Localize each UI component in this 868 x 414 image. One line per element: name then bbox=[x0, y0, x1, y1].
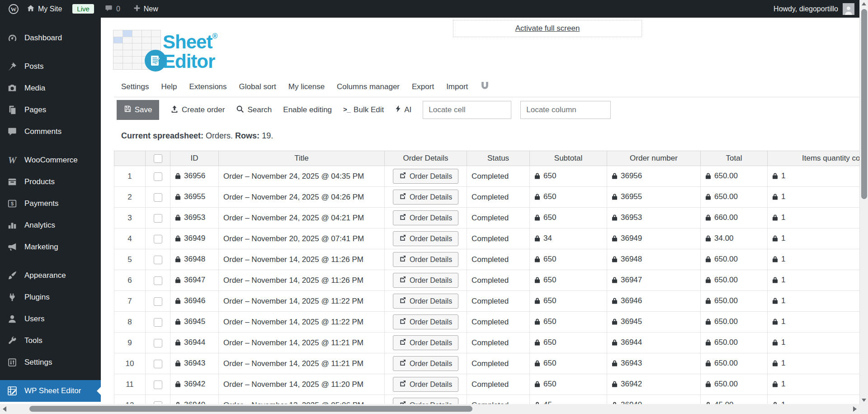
column-header-items-quantity[interactable]: Items quantity cou bbox=[768, 151, 860, 166]
menu-item-global-sort[interactable]: Global sort bbox=[239, 82, 276, 91]
corner-header[interactable] bbox=[114, 151, 146, 166]
sidebar-item-marketing[interactable]: Marketing bbox=[0, 236, 101, 258]
account-menu[interactable]: Howdy, diegoportillo bbox=[774, 3, 868, 15]
total-cell[interactable]: 650.00 bbox=[701, 249, 768, 270]
id-cell[interactable]: 36949 bbox=[170, 228, 219, 249]
search-button[interactable]: Search bbox=[236, 105, 272, 115]
total-cell[interactable]: 650.00 bbox=[701, 312, 768, 333]
row-number[interactable]: 4 bbox=[114, 228, 146, 249]
menu-item-export[interactable]: Export bbox=[412, 82, 434, 91]
scroll-up-arrow[interactable] bbox=[862, 2, 866, 5]
total-cell[interactable]: 650.00 bbox=[701, 374, 768, 395]
create-order-button[interactable]: Create order bbox=[170, 105, 225, 115]
subtotal-cell[interactable]: 650 bbox=[530, 333, 607, 353]
status-cell[interactable]: Completed bbox=[467, 270, 530, 291]
sidebar-item-payments[interactable]: $ Payments bbox=[0, 193, 101, 214]
id-cell[interactable]: 36945 bbox=[170, 312, 219, 333]
subtotal-cell[interactable]: 650 bbox=[530, 249, 607, 270]
subtotal-cell[interactable]: 34 bbox=[530, 228, 607, 249]
status-cell[interactable]: Completed bbox=[467, 291, 530, 312]
row-checkbox[interactable] bbox=[154, 276, 162, 285]
title-cell[interactable]: Order – November 20, 2025 @ 07:41 PM bbox=[219, 228, 385, 249]
status-cell[interactable]: Completed bbox=[467, 312, 530, 333]
vertical-scrollbar[interactable] bbox=[859, 0, 868, 404]
id-cell[interactable]: 36947 bbox=[170, 270, 219, 291]
order-details-button[interactable]: Order Details bbox=[393, 314, 458, 329]
total-cell[interactable]: 45.00 bbox=[701, 395, 768, 404]
id-cell[interactable]: 36948 bbox=[170, 249, 219, 270]
row-number[interactable]: 1 bbox=[114, 166, 146, 187]
order-details-button[interactable]: Order Details bbox=[393, 169, 458, 184]
items-quantity-cell[interactable]: 1 bbox=[768, 291, 860, 312]
order-details-button[interactable]: Order Details bbox=[393, 273, 458, 288]
items-quantity-cell[interactable]: 1 bbox=[768, 249, 860, 270]
order-details-button[interactable]: Order Details bbox=[393, 335, 458, 350]
sidebar-item-plugins[interactable]: Plugins bbox=[0, 286, 101, 308]
order-details-button[interactable]: Order Details bbox=[393, 398, 458, 404]
order-number-cell[interactable]: 36945 bbox=[607, 312, 701, 333]
items-quantity-cell[interactable]: 1 bbox=[768, 208, 860, 228]
order-number-cell[interactable]: 36955 bbox=[607, 187, 701, 208]
total-cell[interactable]: 650.00 bbox=[701, 166, 768, 187]
order-number-cell[interactable]: 36949 bbox=[607, 228, 701, 249]
save-button[interactable]: Save bbox=[117, 100, 159, 120]
items-quantity-cell[interactable]: 1 bbox=[768, 312, 860, 333]
status-cell[interactable]: Completed bbox=[467, 374, 530, 395]
order-details-button[interactable]: Order Details bbox=[393, 252, 458, 267]
row-checkbox[interactable] bbox=[154, 318, 162, 327]
items-quantity-cell[interactable]: 1 bbox=[768, 187, 860, 208]
order-number-cell[interactable]: 36946 bbox=[607, 291, 701, 312]
title-cell[interactable]: Order – November 14, 2025 @ 11:26 PM bbox=[219, 270, 385, 291]
id-cell[interactable]: 36955 bbox=[170, 187, 219, 208]
status-cell[interactable]: Completed bbox=[467, 333, 530, 353]
scroll-right-arrow[interactable] bbox=[853, 406, 857, 412]
scroll-down-arrow[interactable] bbox=[862, 399, 866, 402]
order-details-button[interactable]: Order Details bbox=[393, 294, 458, 309]
status-cell[interactable]: Completed bbox=[467, 249, 530, 270]
row-number[interactable]: 2 bbox=[114, 187, 146, 208]
row-number[interactable]: 7 bbox=[114, 291, 146, 312]
sidebar-item-woocommerce[interactable]: W WooCommerce bbox=[0, 149, 101, 171]
sidebar-item-products[interactable]: Products bbox=[0, 171, 101, 193]
subtotal-cell[interactable]: 650 bbox=[530, 270, 607, 291]
menu-item-columns-manager[interactable]: Columns manager bbox=[337, 82, 400, 91]
row-checkbox[interactable] bbox=[154, 235, 162, 243]
order-details-button[interactable]: Order Details bbox=[393, 210, 458, 225]
row-number[interactable]: 3 bbox=[114, 208, 146, 228]
vertical-scrollbar-thumb[interactable] bbox=[861, 9, 867, 199]
order-number-cell[interactable]: 36940 bbox=[607, 395, 701, 404]
id-cell[interactable]: 36942 bbox=[170, 374, 219, 395]
total-cell[interactable]: 650.00 bbox=[701, 187, 768, 208]
total-cell[interactable]: 650.00 bbox=[701, 270, 768, 291]
items-quantity-cell[interactable]: 1 bbox=[768, 166, 860, 187]
row-checkbox[interactable] bbox=[154, 172, 162, 181]
wordpress-logo-icon[interactable]: W bbox=[6, 4, 21, 14]
total-cell[interactable]: 650.00 bbox=[701, 353, 768, 374]
column-header-subtotal[interactable]: Subtotal bbox=[530, 151, 607, 166]
status-cell[interactable]: Completed bbox=[467, 166, 530, 187]
order-number-cell[interactable]: 36948 bbox=[607, 249, 701, 270]
row-number[interactable]: 12 bbox=[114, 395, 146, 404]
row-number[interactable]: 9 bbox=[114, 333, 146, 353]
total-cell[interactable]: 650.00 bbox=[701, 333, 768, 353]
title-cell[interactable]: Order – November 24, 2025 @ 04:21 PM bbox=[219, 208, 385, 228]
row-checkbox[interactable] bbox=[154, 193, 162, 202]
select-all-checkbox[interactable] bbox=[154, 154, 162, 163]
order-number-cell[interactable]: 36944 bbox=[607, 333, 701, 353]
subtotal-cell[interactable]: 650 bbox=[530, 312, 607, 333]
sidebar-item-appearance[interactable]: Appearance bbox=[0, 265, 101, 286]
subtotal-cell[interactable]: 650 bbox=[530, 187, 607, 208]
scroll-left-arrow[interactable] bbox=[3, 406, 6, 412]
column-header-order-number[interactable]: Order number bbox=[607, 151, 701, 166]
title-cell[interactable]: Order – November 14, 2025 @ 11:22 PM bbox=[219, 312, 385, 333]
new-button[interactable]: New bbox=[132, 5, 160, 14]
row-checkbox[interactable] bbox=[154, 381, 162, 389]
row-number[interactable]: 11 bbox=[114, 374, 146, 395]
status-cell[interactable]: Completed bbox=[467, 353, 530, 374]
sidebar-item-posts[interactable]: Posts bbox=[0, 56, 101, 77]
horizontal-scrollbar[interactable] bbox=[0, 404, 859, 414]
total-cell[interactable]: 34.00 bbox=[701, 228, 768, 249]
sidebar-item-tools[interactable]: Tools bbox=[0, 330, 101, 352]
status-cell[interactable]: Completed bbox=[467, 187, 530, 208]
row-number[interactable]: 5 bbox=[114, 249, 146, 270]
